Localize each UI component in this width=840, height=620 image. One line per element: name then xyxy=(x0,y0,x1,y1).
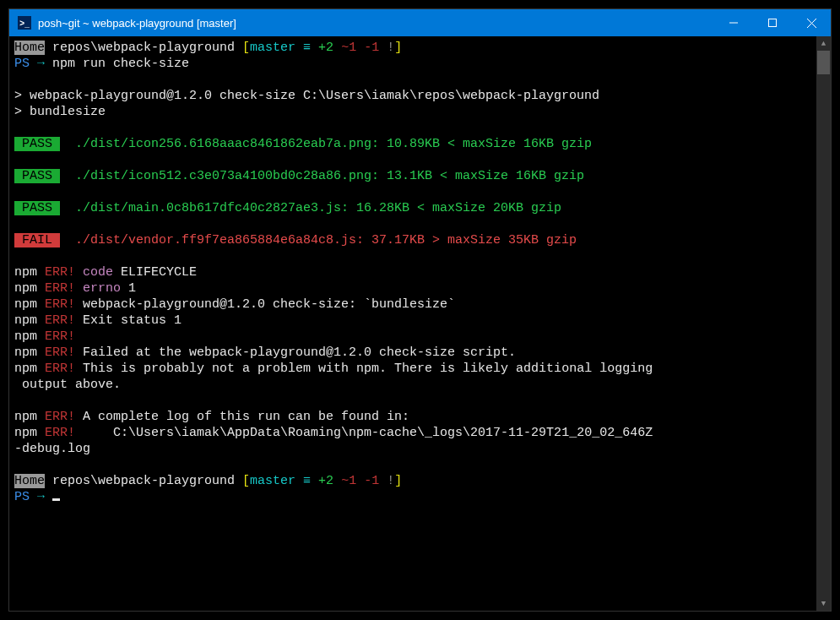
terminal-output[interactable]: Home repos\webpack-playground [master ≡ … xyxy=(9,36,816,611)
scroll-down-icon[interactable]: ▼ xyxy=(816,596,831,611)
close-button[interactable] xyxy=(792,9,831,36)
maximize-button[interactable] xyxy=(753,9,792,36)
powershell-icon: >_ xyxy=(18,16,31,30)
scroll-thumb[interactable] xyxy=(817,51,830,74)
scroll-up-icon[interactable]: ▲ xyxy=(816,36,831,51)
terminal-window: >_ posh~git ~ webpack-playground [master… xyxy=(8,8,832,612)
minimize-button[interactable] xyxy=(714,9,753,36)
home-badge: Home xyxy=(14,474,45,488)
pass-badge: PASS xyxy=(14,201,60,215)
cursor xyxy=(52,498,60,501)
fail-badge: FAIL xyxy=(14,233,60,247)
window-controls xyxy=(714,9,831,36)
home-badge: Home xyxy=(14,41,45,55)
pass-badge: PASS xyxy=(14,169,60,183)
titlebar[interactable]: >_ posh~git ~ webpack-playground [master… xyxy=(9,9,831,36)
window-title: posh~git ~ webpack-playground [master] xyxy=(38,17,236,30)
pass-badge: PASS xyxy=(14,137,60,151)
svg-rect-1 xyxy=(769,19,777,27)
scrollbar[interactable]: ▲ ▼ xyxy=(816,36,831,611)
